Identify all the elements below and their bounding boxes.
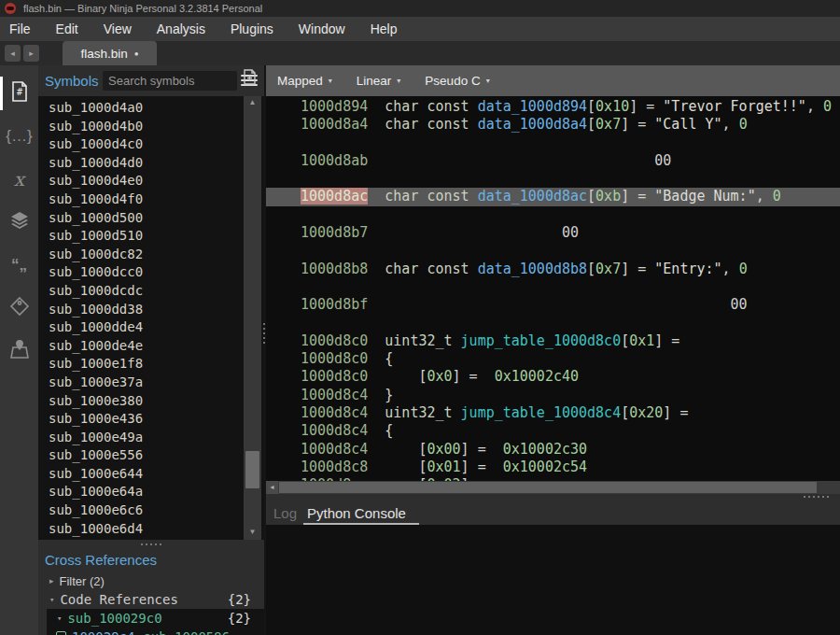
code-token-num[interactable]: 0x00	[427, 441, 460, 458]
sidebar-item-types[interactable]: {…}	[0, 120, 38, 153]
sidebar-item-variables[interactable]: x	[0, 162, 38, 196]
code-token-num[interactable]: 0xb	[595, 188, 621, 205]
xrefs-filter-row[interactable]: ▸ Filter (2)	[38, 572, 264, 590]
code-line[interactable]	[266, 278, 840, 296]
symbol-list-item[interactable]: sub_1000e64a	[49, 483, 264, 501]
symbol-list-item[interactable]: sub_1000d500	[49, 209, 264, 228]
code-line[interactable]: 1000d8c8 [0x01] = 0x10002c54	[266, 459, 840, 476]
code-address[interactable]: 1000d894	[301, 98, 368, 115]
code-line[interactable]: 1000d8c4 }	[266, 387, 840, 404]
symbol-list-item[interactable]: sub_1000e380	[49, 392, 264, 411]
code-token-data[interactable]: data_1000d894	[478, 98, 587, 115]
view-option-pseudo-c[interactable]: Pseudo C▾	[425, 74, 489, 88]
xref-function-row[interactable]: ▾ sub_100029c0 {2}	[47, 609, 264, 628]
symbol-list-item[interactable]: sub_1000d4c0	[49, 135, 264, 154]
scrollbar-thumb[interactable]	[245, 451, 259, 488]
code-token-num[interactable]: 0x10002c54	[503, 459, 587, 475]
symbol-list-item[interactable]: sub_1000e436	[49, 410, 264, 429]
code-token-num[interactable]: 0x0	[427, 368, 452, 385]
tab-python-console[interactable]: Python Console	[307, 501, 406, 525]
symbol-list-item[interactable]: sub_1000d4a0	[49, 99, 264, 118]
code-line[interactable]	[266, 134, 840, 152]
code-token-data[interactable]: data_1000d8ac	[478, 188, 587, 205]
code-token-num[interactable]: 0	[739, 261, 748, 277]
view-option-linear[interactable]: Linear▾	[357, 74, 401, 88]
sidebar-item-symbols[interactable]: #	[0, 77, 38, 110]
code-address[interactable]: 1000d8a4	[301, 116, 368, 133]
code-line[interactable]	[266, 170, 840, 188]
menu-item-view[interactable]: View	[104, 21, 132, 36]
code-address[interactable]: 1000d8c0	[301, 332, 368, 349]
symbol-list-item[interactable]: sub_1000d4d0	[49, 154, 264, 173]
symbol-list-item[interactable]: sub_1000dd38	[49, 301, 264, 319]
xref-reference-row-partial[interactable]: 100029c4 sub_1000596	[47, 628, 264, 635]
code-line[interactable]: 1000d8b7 00	[266, 224, 840, 242]
code-address[interactable]: 1000d8c4	[301, 387, 368, 403]
scroll-up-icon[interactable]: ▲	[244, 96, 261, 108]
code-line[interactable]: 1000d8a4 char const data_1000d8a4[0x7] =…	[266, 116, 840, 134]
sidebar-splitter-handle[interactable]	[263, 323, 265, 344]
symbol-list-item[interactable]: sub_1000e6c6	[49, 501, 264, 520]
symbols-scrollbar[interactable]: ▲ ▼	[244, 96, 261, 540]
symbol-list-item[interactable]: sub_1000e6d4	[49, 520, 264, 539]
code-token-num[interactable]: 0x01	[427, 459, 460, 475]
code-token-data[interactable]: data_1000d8b8	[478, 261, 587, 277]
symbol-list-item[interactable]: sub_1000e49a	[49, 429, 264, 447]
console-splitter-handle[interactable]	[804, 496, 829, 498]
search-symbols-input[interactable]	[103, 71, 237, 91]
tab-flash-bin[interactable]: flash.bin ●	[63, 41, 157, 65]
symbol-list-item[interactable]: sub_1000e1f8	[49, 355, 264, 374]
code-address[interactable]: 1000d8ac	[301, 188, 368, 205]
code-line[interactable]: 1000d8c4 uint32_t jump_table_1000d8c4[0x…	[266, 404, 840, 422]
code-token-num[interactable]: 0x10002c40	[495, 368, 579, 385]
code-line[interactable]: 1000d8ac char const data_1000d8ac[0xb] =…	[266, 188, 840, 205]
symbol-list-item[interactable]: sub_1000d4f0	[49, 190, 264, 209]
code-token-func[interactable]: jump_table_1000d8c0	[461, 332, 622, 349]
console-splitter[interactable]	[266, 494, 840, 501]
code-line[interactable]: 1000d894 char const data_1000d894[0x10] …	[266, 98, 840, 116]
code-address[interactable]: 1000d8b8	[301, 261, 368, 277]
code-token-num[interactable]: 0	[823, 98, 832, 115]
menu-item-plugins[interactable]: Plugins	[231, 21, 273, 36]
code-line[interactable]: 1000d8c0 {	[266, 350, 840, 368]
code-line[interactable]	[266, 315, 840, 332]
code-token-num[interactable]: 0x7	[595, 116, 621, 133]
symbol-list-item[interactable]: sub_1000d4e0	[49, 172, 264, 190]
code-token-num[interactable]: 0x10002c30	[503, 441, 587, 458]
code-address[interactable]: 1000d8b7	[301, 224, 368, 241]
nav-forward-button[interactable]: ▸	[23, 45, 39, 62]
code-token-num[interactable]: 0	[739, 116, 748, 133]
code-token-num[interactable]: 0	[773, 188, 781, 205]
code-address[interactable]: 1000d8c8	[301, 459, 368, 475]
code-horizontal-scrollbar[interactable]: ◂	[266, 481, 840, 494]
new-document-icon[interactable]	[243, 69, 257, 89]
code-token-num[interactable]: 0x1	[629, 332, 654, 349]
sidebar-item-stack[interactable]	[0, 205, 38, 239]
symbol-list-item[interactable]: sub_1000dc82	[49, 246, 264, 264]
symbol-list-item[interactable]: sub_1000dde4	[49, 318, 264, 337]
symbol-list-item[interactable]: sub_1000e37a	[49, 374, 264, 392]
code-line[interactable]: 1000d8c4 [0x00] = 0x10002c30	[266, 441, 840, 459]
code-address[interactable]: 1000d8c0	[301, 350, 368, 367]
menu-item-file[interactable]: File	[9, 21, 31, 36]
code-token-func[interactable]: jump_table_1000d8c4	[461, 404, 622, 421]
menu-item-edit[interactable]: Edit	[56, 21, 78, 36]
symbol-list-item[interactable]: sub_1000d4b0	[49, 118, 264, 136]
symbol-list-item[interactable]: sub_1000dcc0	[49, 263, 264, 282]
code-address[interactable]: 1000d8c4	[301, 404, 368, 421]
sidebar-item-strings[interactable]: “„	[0, 248, 38, 282]
tab-log[interactable]: Log	[273, 501, 297, 525]
code-token-num[interactable]: 0x7	[595, 261, 621, 277]
menu-item-analysis[interactable]: Analysis	[157, 21, 205, 36]
xref-group-code-references[interactable]: ▾ Code References {2}	[47, 590, 264, 609]
code-address[interactable]: 1000d8bf	[301, 296, 368, 313]
menu-item-window[interactable]: Window	[299, 21, 345, 36]
code-token-data[interactable]: data_1000d8a4	[478, 116, 587, 133]
code-line[interactable]	[266, 242, 840, 260]
view-option-mapped[interactable]: Mapped▾	[277, 74, 332, 88]
code-line[interactable]: 1000d8ab 00	[266, 152, 840, 170]
code-token-num[interactable]: 0x10	[595, 98, 629, 115]
code-line[interactable]: 1000d8b8 char const data_1000d8b8[0x7] =…	[266, 261, 840, 278]
code-address[interactable]: 1000d8c0	[301, 368, 368, 385]
symbol-list-item[interactable]: sub_1000d510	[49, 227, 264, 246]
